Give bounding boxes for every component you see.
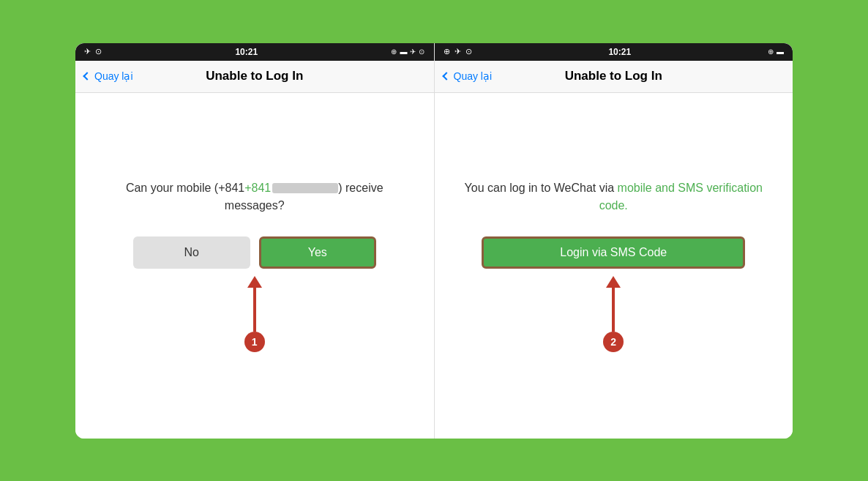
location2-icon: ⊕ [444, 47, 450, 56]
airplane2-icon: ✈ [410, 48, 416, 56]
battery2-icon: ▬ [777, 48, 784, 56]
badge-1: 1 [244, 332, 265, 352]
arrow-up-icon-2 [606, 276, 621, 288]
nav-title-right: Unable to Log In [565, 69, 662, 83]
wifi2-icon: ⊙ [419, 48, 424, 56]
status-bar-left-icons: ✈ ⊙ [84, 47, 102, 56]
arrow-shaft-1 [253, 288, 256, 332]
status-bar-right-left: ⊕ ✈ ⊙ [444, 47, 472, 56]
back-button-left[interactable]: Quay lại [84, 70, 133, 82]
location-icon: ⊕ [391, 48, 397, 56]
description-text: You can log in to WeChat via mobile and … [464, 179, 764, 215]
screen-left: ✈ ⊙ 10:21 ⊕ ▬ ✈ ⊙ Quay lại Unable to Log… [75, 43, 434, 439]
yes-button[interactable]: Yes [259, 236, 376, 269]
blurred-number [272, 183, 338, 193]
content-left: Can your mobile (+841+841) receive messa… [75, 93, 434, 439]
status-bar-left: ✈ ⊙ 10:21 ⊕ ▬ ✈ ⊙ [75, 43, 434, 61]
wifi3-icon: ⊙ [465, 47, 472, 56]
chevron-left-icon [83, 72, 91, 80]
back-label-left: Quay lại [94, 70, 133, 82]
badge-2: 2 [603, 332, 624, 352]
main-container: ✈ ⊙ 10:21 ⊕ ▬ ✈ ⊙ Quay lại Unable to Log… [75, 43, 793, 439]
battery-icon: ▬ [400, 48, 407, 56]
question-text: Can your mobile (+841+841) receive messa… [105, 179, 405, 215]
back-button-right[interactable]: Quay lại [444, 70, 493, 82]
chevron-right-icon [442, 72, 450, 80]
nav-bar-left: Quay lại Unable to Log In [75, 61, 434, 93]
no-button[interactable]: No [133, 236, 250, 269]
phone-number: +841 [244, 182, 271, 194]
question-prefix: Can your mobile (+841 [126, 182, 244, 194]
description-green: mobile and SMS verification code. [599, 182, 763, 212]
status-time-left: 10:21 [235, 47, 258, 57]
screen-right: ⊕ ✈ ⊙ 10:21 ⊕ ▬ Quay lại Unable to Log I… [434, 43, 793, 439]
phones-container: ✈ ⊙ 10:21 ⊕ ▬ ✈ ⊙ Quay lại Unable to Log… [75, 43, 793, 439]
nav-bar-right: Quay lại Unable to Log In [435, 61, 793, 93]
status-bar-right-icons: ⊕ ▬ ✈ ⊙ [391, 48, 424, 56]
buttons-row-left: No Yes [105, 236, 405, 269]
status-bar-right-right: ⊕ ▬ [768, 48, 784, 56]
arrow-indicator-2: 2 [603, 276, 624, 352]
nav-title-left: Unable to Log In [206, 69, 303, 83]
status-bar-right: ⊕ ✈ ⊙ 10:21 ⊕ ▬ [435, 43, 793, 61]
arrow-indicator-1: 1 [244, 276, 265, 352]
arrow-up-icon-1 [247, 276, 262, 288]
sms-login-button[interactable]: Login via SMS Code [482, 236, 745, 269]
content-right: You can log in to WeChat via mobile and … [435, 93, 793, 439]
description-prefix: You can log in to WeChat via [465, 182, 618, 194]
back-label-right: Quay lại [454, 70, 493, 82]
arrow-shaft-2 [612, 288, 615, 332]
location3-icon: ⊕ [768, 48, 774, 56]
wifi-icon: ⊙ [95, 47, 102, 56]
airplane3-icon: ✈ [454, 47, 461, 56]
airplane-icon: ✈ [84, 47, 91, 56]
status-time-right: 10:21 [608, 47, 631, 57]
